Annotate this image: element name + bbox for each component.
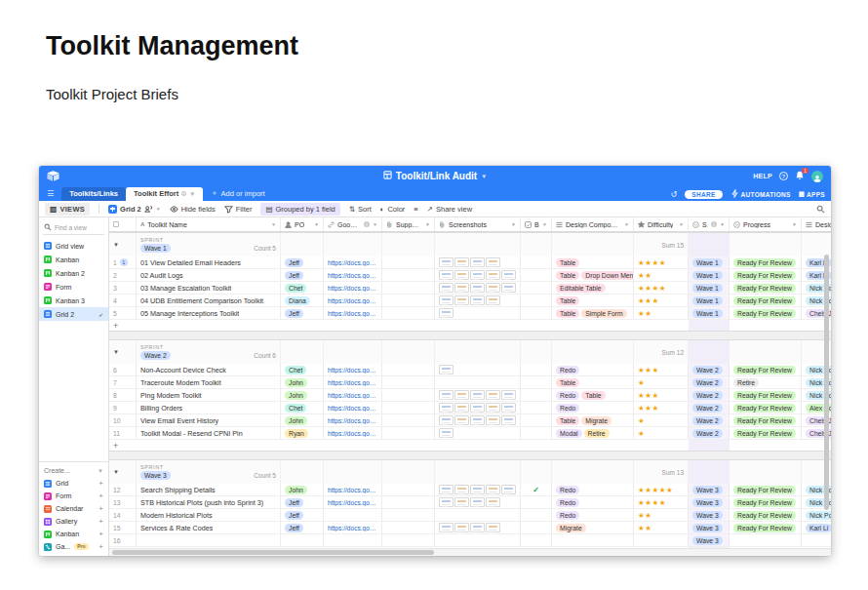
screenshot-thumbnail[interactable] bbox=[454, 283, 469, 293]
google-doc-link[interactable]: https://docs.google... bbox=[328, 272, 377, 279]
row-number-cell[interactable]: 12 bbox=[109, 484, 137, 495]
user-avatar[interactable] bbox=[811, 171, 823, 182]
column-caret-icon[interactable]: ▼ bbox=[720, 221, 725, 227]
cell-design-components[interactable]: Migrate bbox=[552, 522, 634, 533]
screenshot-thumbnail[interactable] bbox=[486, 257, 500, 267]
cell-screenshots[interactable] bbox=[435, 256, 521, 268]
cell-design[interactable]: Karl Li bbox=[802, 522, 831, 533]
google-doc-link[interactable]: https://docs.google... bbox=[328, 379, 377, 386]
cell-blocked-po[interactable] bbox=[521, 256, 552, 268]
cell-design-components[interactable]: Editable Table bbox=[552, 282, 634, 294]
google-doc-link[interactable]: https://docs.google... bbox=[328, 297, 377, 304]
cell-toolkit-name[interactable]: 03 Manage Escalation Toolkit bbox=[137, 282, 281, 294]
screenshot-thumbnail[interactable] bbox=[439, 428, 454, 438]
google-doc-link[interactable]: https://docs.google... bbox=[328, 259, 377, 266]
cell-blocked-po[interactable] bbox=[521, 389, 552, 401]
row-number-cell[interactable]: 14 bbox=[109, 509, 137, 521]
column-header-supporting-docs[interactable]: Supporting Docs▼ bbox=[382, 217, 435, 231]
base-title-caret-icon[interactable]: ▼ bbox=[481, 174, 487, 179]
cell-blocked-po[interactable] bbox=[521, 282, 552, 294]
cell-google-doc[interactable]: https://docs.google... bbox=[324, 402, 382, 413]
screenshot-thumbnail[interactable] bbox=[439, 283, 454, 293]
sidebar-view-grid-2[interactable]: Grid 2✓ bbox=[39, 307, 108, 321]
share-view-button[interactable]: ↗ Share view bbox=[427, 205, 472, 214]
row-number-cell[interactable]: 5 bbox=[109, 307, 137, 319]
sidebar-view-kanban-2[interactable]: Kanban 2 bbox=[39, 266, 108, 280]
search-button[interactable] bbox=[816, 205, 825, 214]
cell-supporting-docs[interactable] bbox=[382, 427, 435, 439]
cell-supporting-docs[interactable] bbox=[382, 509, 435, 521]
column-header-po[interactable]: PO▼ bbox=[281, 217, 324, 231]
cell-progress[interactable]: Ready For Review bbox=[730, 509, 802, 521]
cell-blocked-po[interactable] bbox=[521, 522, 552, 533]
google-doc-link[interactable]: https://docs.google... bbox=[328, 487, 377, 493]
sort-button[interactable]: ⇅ Sort bbox=[349, 205, 372, 214]
table-row-2[interactable]: 202 Audit LogsJeffhttps://docs.google...… bbox=[109, 269, 831, 282]
help-button[interactable]: HELP bbox=[753, 173, 772, 179]
cell-progress[interactable] bbox=[730, 534, 802, 546]
cell-progress[interactable]: Ready For Review bbox=[730, 496, 802, 508]
column-caret-icon[interactable]: ▼ bbox=[679, 221, 684, 227]
cell-screenshots[interactable] bbox=[435, 402, 521, 413]
table-row-9[interactable]: 9Billing OrdersChethttps://docs.google..… bbox=[109, 402, 831, 414]
cell-progress[interactable]: Ready For Review bbox=[730, 389, 802, 401]
screenshot-thumbnail[interactable] bbox=[439, 523, 454, 532]
collapse-triangle-icon[interactable]: ▼ bbox=[113, 349, 119, 355]
sidebar-view-grid-view[interactable]: Grid view bbox=[39, 239, 108, 253]
cell-po[interactable]: Jeff bbox=[281, 522, 324, 533]
cell-progress[interactable]: Ready For Review bbox=[730, 295, 802, 306]
screenshot-thumbnail[interactable] bbox=[454, 523, 469, 532]
cell-sprint[interactable]: Wave 2 bbox=[689, 376, 730, 388]
create-view-calendar[interactable]: Calendar+ bbox=[44, 502, 103, 515]
group-collapse-cell[interactable]: ▼ bbox=[109, 460, 137, 484]
tables-menu-icon[interactable]: ☰ bbox=[47, 189, 54, 198]
cell-design-components[interactable] bbox=[552, 534, 634, 546]
cell-toolkit-name[interactable]: 02 Audit Logs bbox=[137, 269, 281, 281]
cell-sprint[interactable]: Wave 2 bbox=[689, 389, 730, 401]
add-row-wave-2[interactable]: + bbox=[109, 440, 831, 451]
screenshot-thumbnail[interactable] bbox=[470, 523, 485, 532]
cell-google-doc[interactable] bbox=[324, 509, 382, 521]
cell-google-doc[interactable]: https://docs.google... bbox=[324, 427, 382, 439]
cell-supporting-docs[interactable] bbox=[382, 402, 435, 413]
cell-po[interactable] bbox=[281, 534, 324, 546]
cell-google-doc[interactable]: https://docs.google... bbox=[324, 364, 382, 375]
cell-blocked-po[interactable] bbox=[521, 269, 552, 281]
cell-difficulty[interactable] bbox=[634, 534, 689, 546]
google-doc-link[interactable]: https://docs.google... bbox=[328, 405, 377, 412]
row-number-cell[interactable]: 16 bbox=[109, 534, 137, 546]
row-number-cell[interactable]: 15 bbox=[109, 522, 137, 533]
cell-design-components[interactable]: RedoTable bbox=[552, 389, 634, 401]
add-or-import-button[interactable]: ＋ Add or import bbox=[211, 188, 265, 198]
cell-screenshots[interactable] bbox=[435, 509, 521, 521]
screenshot-thumbnail[interactable] bbox=[454, 485, 469, 494]
column-caret-icon[interactable]: ▼ bbox=[624, 221, 629, 227]
add-row-plus-cell[interactable]: + bbox=[109, 440, 137, 451]
cell-progress[interactable]: Ready For Review bbox=[730, 307, 802, 319]
cell-design-components[interactable]: Table bbox=[552, 256, 634, 268]
cell-blocked-po[interactable] bbox=[521, 509, 552, 521]
cell-screenshots[interactable] bbox=[435, 307, 521, 319]
screenshot-thumbnail[interactable] bbox=[501, 283, 516, 293]
column-caret-icon[interactable]: ▼ bbox=[792, 221, 797, 227]
cell-supporting-docs[interactable] bbox=[382, 389, 435, 401]
column-header-google-doc[interactable]: Google Doc...i▼ bbox=[324, 217, 382, 231]
sidebar-view-form[interactable]: Form bbox=[39, 280, 108, 294]
screenshot-thumbnail[interactable] bbox=[486, 497, 500, 507]
cell-google-doc[interactable]: https://docs.google... bbox=[324, 282, 382, 294]
cell-po[interactable]: John bbox=[281, 376, 324, 388]
screenshot-thumbnail[interactable] bbox=[454, 403, 469, 413]
screenshot-thumbnail[interactable] bbox=[470, 497, 485, 507]
automations-button[interactable]: AUTOMATIONS bbox=[730, 189, 791, 199]
cell-supporting-docs[interactable] bbox=[382, 534, 435, 546]
cell-blocked-po[interactable]: ✓ bbox=[521, 484, 552, 495]
group-button[interactable]: ▤ Grouped by 1 field bbox=[260, 203, 339, 216]
cell-sprint[interactable]: Wave 1 bbox=[689, 295, 730, 306]
cell-sprint[interactable]: Wave 3 bbox=[689, 522, 730, 533]
cell-toolkit-name[interactable]: Non-Account Device Check bbox=[137, 364, 281, 375]
cell-difficulty[interactable]: ★★ bbox=[634, 307, 689, 319]
column-header-sprint[interactable]: Sprinti▼ bbox=[689, 217, 730, 231]
cell-toolkit-name[interactable]: Modem Historical Plots bbox=[137, 509, 281, 521]
screenshot-thumbnail[interactable] bbox=[454, 390, 469, 400]
google-doc-link[interactable]: https://docs.google... bbox=[328, 285, 377, 292]
